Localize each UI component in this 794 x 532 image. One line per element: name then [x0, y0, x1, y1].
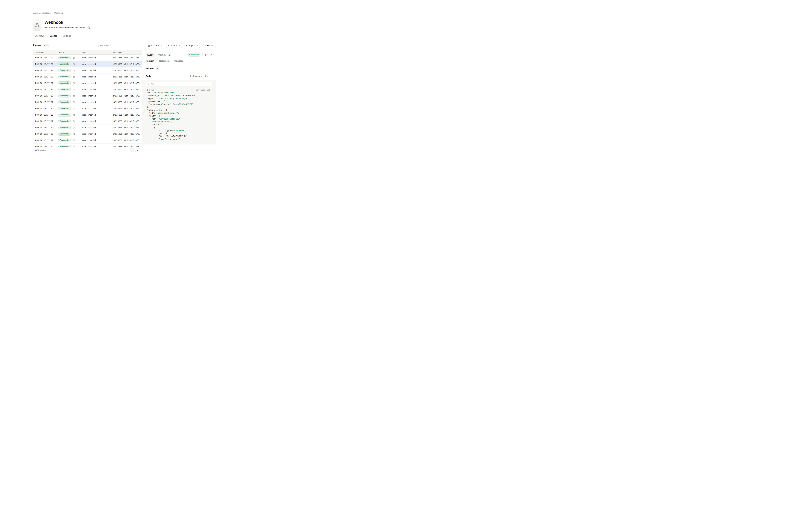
retry-row-icon[interactable] — [73, 120, 75, 122]
retry-row-icon[interactable] — [73, 69, 75, 72]
event-detail-panel: Event Attempts 3 Successful Re — [142, 50, 216, 153]
table-row[interactable]: NOV 18 10:17:22 Successful user.created … — [33, 80, 142, 87]
retry-row-icon[interactable] — [73, 108, 75, 110]
status-filter-button[interactable]: Status — [166, 43, 182, 48]
row-status-badge: Successful — [58, 100, 71, 104]
copy-url-icon[interactable] — [88, 26, 90, 29]
tab-request[interactable]: Request — [144, 59, 156, 65]
row-topic: user.created — [81, 101, 113, 103]
time-range-button[interactable]: Last 24h — [146, 43, 164, 48]
row-message-id: b4925365-b8cf-42b7-a76… — [113, 107, 142, 110]
table-row[interactable]: NOV 18 10:17:22 Successful user.created … — [33, 118, 142, 125]
row-timestamp: NOV 18 10:17:22 — [35, 88, 58, 91]
row-timestamp: NOV 18 10:17:22 — [35, 95, 58, 97]
retry-row-icon[interactable] — [73, 133, 75, 135]
row-timestamp: NOV 18 10:17:22 — [35, 114, 58, 116]
table-row[interactable]: NOV 18 10:17:22 Successful user.created … — [33, 55, 142, 61]
json-items-label[interactable]: {1 item ↑ — [146, 89, 156, 91]
table-row[interactable]: NOV 18 10:17:22 Successful user.created … — [33, 87, 142, 93]
row-timestamp: NOV 18 10:17:22 — [35, 139, 58, 141]
table-row[interactable]: NOV 18 10:17:22 Successful user.created … — [33, 67, 142, 74]
prev-page-button[interactable] — [130, 148, 134, 152]
json-line: "id": "QJgg9WrS4vyQPNdR", — [146, 129, 212, 132]
retry-row-icon[interactable] — [73, 57, 75, 59]
tab-events[interactable]: Events — [48, 35, 59, 39]
tab-metadata[interactable]: Metadata — [172, 59, 184, 65]
row-topic: user.created — [81, 57, 113, 59]
view-tab-event[interactable]: Event — [146, 53, 155, 57]
headers-section-row[interactable]: Headers 3 — [142, 65, 216, 72]
retry-row-icon[interactable] — [73, 63, 75, 65]
table-row[interactable]: NOV 18 10:17:22 Successful user.created … — [33, 74, 142, 80]
json-line: "subscription": { — [146, 109, 212, 112]
nav-tabs: Overview Events Settings — [33, 35, 216, 39]
collapse-all-button[interactable]: Collapse all ↑ — [196, 89, 212, 91]
tab-overview[interactable]: Overview — [33, 35, 45, 39]
retry-row-icon[interactable] — [73, 89, 75, 91]
table-row[interactable]: NOV 18 10:17:22 Successful user.created … — [33, 144, 142, 147]
json-line: "plan": { — [146, 114, 212, 117]
attempts-label: Attempts — [158, 54, 166, 56]
table-row[interactable]: NOV 18 10:17:22 Successful user.created … — [33, 112, 142, 118]
table-row[interactable]: NOV 18 10:17:22 Successful user.created … — [33, 93, 142, 99]
body-mode-label[interactable]: Structured — [192, 75, 202, 77]
topics-filter-label: Topics — [189, 44, 195, 47]
table-row[interactable]: NOV 18 10:17:22 Successful user.created … — [33, 131, 142, 137]
detail-tabs: Request Response Metadata — [142, 59, 216, 65]
table-row[interactable]: NOV 18 10:17:22 Successful user.created … — [33, 137, 142, 144]
chevron-down-icon[interactable] — [210, 68, 212, 70]
chevron-down-icon — [178, 44, 180, 46]
json-filter-field[interactable] — [146, 82, 212, 87]
table-row[interactable]: NOV 18 10:17:22 Successful user.created … — [33, 125, 142, 131]
column-message-id: Message ID — [113, 51, 142, 54]
retry-event-icon[interactable] — [205, 54, 208, 56]
retry-row-icon[interactable] — [73, 76, 75, 78]
page-header: Webhook http://mock.hookdeck.com/webhook… — [33, 20, 216, 31]
row-message-id: b4925365-b8cf-42b7-a76… — [113, 69, 142, 72]
row-message-id: b4925365-b8cf-42b7-a76… — [113, 57, 142, 59]
json-line: "previous_plan_id": "aezmBVpPksWVY6FT" — [146, 103, 212, 106]
view-tab-attempts[interactable]: Attempts 3 — [158, 53, 171, 56]
table-row[interactable]: NOV 18 10:17:22 Successful user.created … — [33, 106, 142, 112]
retry-row-icon[interactable] — [73, 82, 75, 84]
refresh-button[interactable]: Refresh — [202, 43, 216, 48]
json-viewer[interactable]: "id": "P2NoRtyZoTc46X3B", "created_at": … — [146, 91, 212, 144]
refresh-label: Refresh — [207, 44, 214, 47]
filter-by-id-input[interactable] — [100, 44, 139, 47]
breadcrumb-current[interactable]: Webhook — [54, 12, 63, 14]
retry-row-icon[interactable] — [73, 114, 75, 116]
close-panel-icon[interactable] — [210, 54, 212, 56]
tab-settings[interactable]: Settings — [61, 35, 73, 39]
tab-response[interactable]: Response — [157, 59, 170, 65]
retry-row-icon[interactable] — [73, 95, 75, 97]
table-row[interactable]: NOV 18 10:17:22 Successful user.created … — [33, 61, 142, 67]
filter-by-id-field[interactable] — [95, 43, 141, 48]
row-topic: user.created — [81, 139, 113, 141]
row-message-id: b4925365-b8cf-42b7-a76… — [113, 139, 142, 141]
body-label: Body — [146, 75, 151, 77]
filter-lines-icon — [168, 44, 170, 46]
topics-filter-button[interactable]: Topics — [184, 43, 200, 48]
row-timestamp: NOV 18 10:17:22 — [35, 133, 58, 135]
collapse-body-icon[interactable] — [210, 75, 212, 77]
json-line: "id": "gSjvn6eQTBewNWcr", — [146, 112, 212, 114]
row-status-badge: Successful — [58, 75, 71, 79]
chevron-down-icon — [196, 44, 198, 46]
row-status-badge: Successful — [58, 107, 71, 110]
table-row[interactable]: NOV 18 10:17:22 Successful user.created … — [33, 99, 142, 106]
retry-row-icon[interactable] — [73, 139, 75, 141]
retry-row-icon[interactable] — [73, 101, 75, 103]
row-topic: user.created — [81, 69, 113, 72]
copy-body-icon[interactable] — [205, 75, 208, 77]
events-total-count: 472 — [35, 149, 39, 151]
row-timestamp: NOV 18 10:17:22 — [35, 69, 58, 72]
events-toolbar: Events 472 Last 24h Status — [33, 43, 216, 48]
page-title: Webhook — [44, 20, 90, 25]
json-filter-input[interactable] — [151, 83, 211, 85]
breadcrumb-root[interactable]: Event Destinations — [33, 12, 51, 14]
json-line: "name": "Requests" — [146, 138, 212, 141]
next-page-button[interactable] — [135, 148, 139, 152]
row-status-badge: Successful — [58, 62, 71, 66]
retry-row-icon[interactable] — [73, 146, 75, 147]
retry-row-icon[interactable] — [73, 127, 75, 129]
